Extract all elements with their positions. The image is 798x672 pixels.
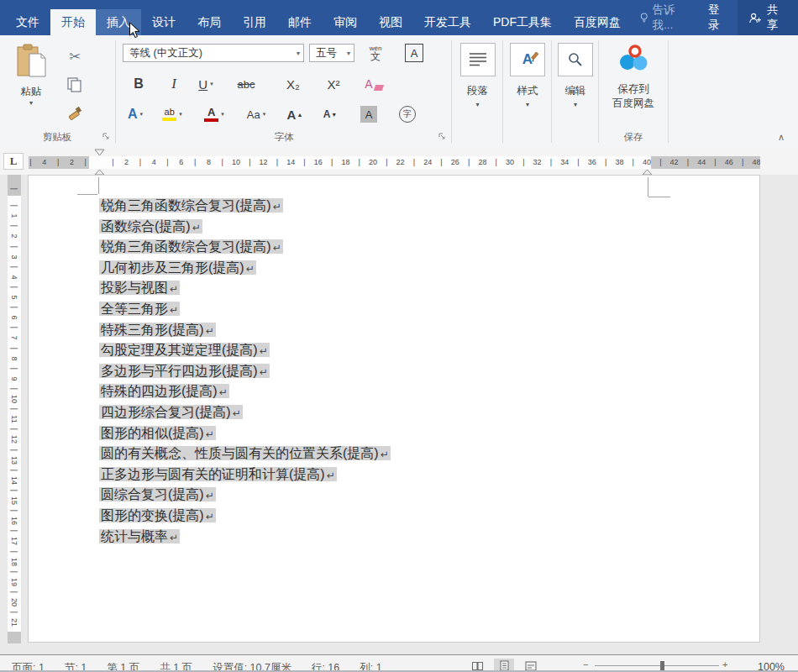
justify-lines-icon <box>469 52 487 67</box>
tab-审阅[interactable]: 审阅 <box>323 9 368 35</box>
strikethrough-button[interactable]: abc <box>232 72 260 96</box>
horizontal-ruler: L |4|2||2|4|6|8|10|12|14|16|18|20|22|24|… <box>0 148 798 175</box>
font-color-button[interactable]: A ▾ <box>200 102 228 126</box>
font-group-label: 字体 <box>118 131 450 144</box>
selected-text: 统计与概率↵ <box>99 529 180 543</box>
character-shading-button[interactable]: A <box>354 102 383 126</box>
save-to-baidu-button[interactable] <box>617 42 650 76</box>
font-dialog-launcher[interactable] <box>438 129 446 144</box>
group-separator <box>551 40 552 143</box>
document-line[interactable]: 四边形综合复习(提高)↵ <box>99 402 391 423</box>
tab-文件[interactable]: 文件 <box>5 9 50 35</box>
paragraph-group[interactable]: 段落 ▾ <box>454 35 501 148</box>
document-line[interactable]: 勾股定理及其逆定理(提高)↵ <box>99 340 391 361</box>
document-line[interactable]: 全等三角形↵ <box>99 299 391 320</box>
character-border-button[interactable]: A <box>400 41 428 65</box>
phonetic-guide-button[interactable]: wén 文 <box>361 41 390 65</box>
document-line[interactable]: 锐角三角函数综合复习(提高)↵ <box>99 196 391 217</box>
document-line[interactable]: 函数综合(提高)↵ <box>99 217 391 238</box>
chevron-down-icon[interactable]: ▾ <box>140 111 144 118</box>
chevron-down-icon[interactable]: ▾ <box>554 101 597 108</box>
tab-邮件[interactable]: 邮件 <box>277 9 323 35</box>
chevron-down-icon[interactable]: ▾ <box>505 101 550 108</box>
paste-dropdown-arrow[interactable]: ▾ <box>8 99 54 107</box>
document-line[interactable]: 正多边形与圆有关的证明和计算(提高)↵ <box>99 465 391 486</box>
first-line-indent-marker[interactable] <box>94 149 105 156</box>
vertical-ruler[interactable]: ||1|2|3|4|5|6|7|8|9|10|11|12|13|14|15|16… <box>5 175 24 643</box>
zoom-slider[interactable]: − + <box>580 655 735 672</box>
zoom-slider-track[interactable] <box>595 665 719 666</box>
tab-selector-button[interactable]: L <box>3 153 24 170</box>
document-line[interactable]: 特殊三角形(提高)↵ <box>99 320 391 341</box>
bold-button[interactable]: B <box>124 72 153 96</box>
tab-设计[interactable]: 设计 <box>141 9 186 35</box>
tab-视图[interactable]: 视图 <box>368 9 413 35</box>
shrink-arrow-icon: ▼ <box>331 112 337 118</box>
phonetic-guide-icon: wén 文 <box>370 45 382 61</box>
paste-button[interactable]: 粘贴 ▾ <box>8 44 54 107</box>
highlight-color-button[interactable]: ab ▾ <box>158 102 186 126</box>
superscript-button[interactable]: X² <box>319 72 348 96</box>
document-line[interactable]: 特殊的四边形(提高)↵ <box>99 381 391 402</box>
font-name-value: 等线 (中文正文) <box>129 46 202 60</box>
sign-in-button[interactable]: 登录 <box>698 3 738 33</box>
zoom-slider-thumb[interactable] <box>660 661 664 670</box>
text-boundary-mark <box>648 177 648 197</box>
chevron-down-icon[interactable]: ▾ <box>344 50 350 57</box>
paragraph-iconbox <box>460 43 496 76</box>
chevron-down-icon[interactable]: ▾ <box>263 111 266 118</box>
text-effects-button[interactable]: A▾ <box>121 102 150 126</box>
document-line[interactable]: 图形的相似(提高)↵ <box>99 423 391 444</box>
selected-text: 函数综合(提高)↵ <box>99 219 202 234</box>
format-painter-button[interactable] <box>64 104 86 123</box>
font-size-combo[interactable]: 五号 ▾ <box>309 44 354 62</box>
tab-开始[interactable]: 开始 <box>50 9 96 35</box>
tab-PDF工具集[interactable]: PDF工具集 <box>482 9 563 35</box>
tell-me-button[interactable]: 告诉我... <box>632 3 698 33</box>
h-ruler-tick: 32 <box>533 156 542 169</box>
subscript-button[interactable]: X₂ <box>279 72 307 96</box>
save-to-baidu-label[interactable]: 保存到 百度网盘 <box>601 82 666 111</box>
styles-group[interactable]: A 样式 ▾ <box>505 35 550 148</box>
chevron-down-icon[interactable]: ▾ <box>293 50 300 57</box>
document-line[interactable]: 多边形与平行四边形(提高)↵ <box>99 361 391 382</box>
document-line[interactable]: 圆的有关概念、性质与圆有关的位置关系(提高)↵ <box>99 444 391 465</box>
zoom-out-icon[interactable]: − <box>583 659 588 669</box>
read-mode-icon <box>471 661 484 671</box>
copy-button[interactable] <box>64 76 86 94</box>
h-ruler-band[interactable]: |4|2||2|4|6|8|10|12|14|16|18|20|22|24|26… <box>29 156 760 169</box>
tab-布局[interactable]: 布局 <box>186 9 232 35</box>
font-name-combo[interactable]: 等线 (中文正文) ▾ <box>123 44 304 62</box>
cut-button[interactable]: ✂ <box>64 47 86 66</box>
chevron-down-icon[interactable]: ▾ <box>179 111 182 118</box>
tab-百度网盘[interactable]: 百度网盘 <box>563 9 632 35</box>
editing-group[interactable]: 编辑 ▾ <box>554 35 597 148</box>
chevron-down-icon[interactable]: ▾ <box>221 111 224 118</box>
document-line[interactable]: 统计与概率↵ <box>99 527 391 548</box>
zoom-in-icon[interactable]: + <box>722 659 727 669</box>
clear-formatting-button[interactable]: A <box>360 72 388 96</box>
underline-button[interactable]: U▾ <box>192 72 220 96</box>
tab-引用[interactable]: 引用 <box>232 9 277 35</box>
h-ruler-tick: 12 <box>260 156 268 169</box>
shrink-font-button[interactable]: A▼ <box>316 102 344 126</box>
clipboard-dialog-launcher[interactable] <box>102 129 110 144</box>
document-line[interactable]: 圆综合复习(提高)↵ <box>99 485 391 506</box>
selected-text: 锐角三角函数综合复习(提高)↵ <box>99 239 283 254</box>
chevron-down-icon[interactable]: ▾ <box>454 101 501 108</box>
document-line[interactable]: 图形的变换(提高)↵ <box>99 506 391 527</box>
change-case-button[interactable]: Aa▾ <box>242 102 270 126</box>
document-line[interactable]: 投影与视图↵ <box>99 278 391 299</box>
share-button[interactable]: 共享 <box>738 0 798 35</box>
document-line[interactable]: 几何初步及三角形(提高)↵ <box>99 258 391 279</box>
chevron-down-icon[interactable]: ▾ <box>210 81 213 87</box>
text-boundary-mark <box>648 197 670 197</box>
h-ruler-tick: | <box>29 156 31 169</box>
paragraph-mark-icon: ↵ <box>170 532 178 543</box>
document-line[interactable]: 锐角三角函数综合复习(提高)↵ <box>99 237 391 258</box>
grow-font-button[interactable]: A▲ <box>281 102 309 126</box>
enclose-characters-button[interactable]: 字 <box>393 102 422 126</box>
tab-开发工具[interactable]: 开发工具 <box>413 9 482 35</box>
italic-button[interactable]: I <box>160 72 188 96</box>
collapse-ribbon-button[interactable]: ∧ <box>778 132 785 143</box>
